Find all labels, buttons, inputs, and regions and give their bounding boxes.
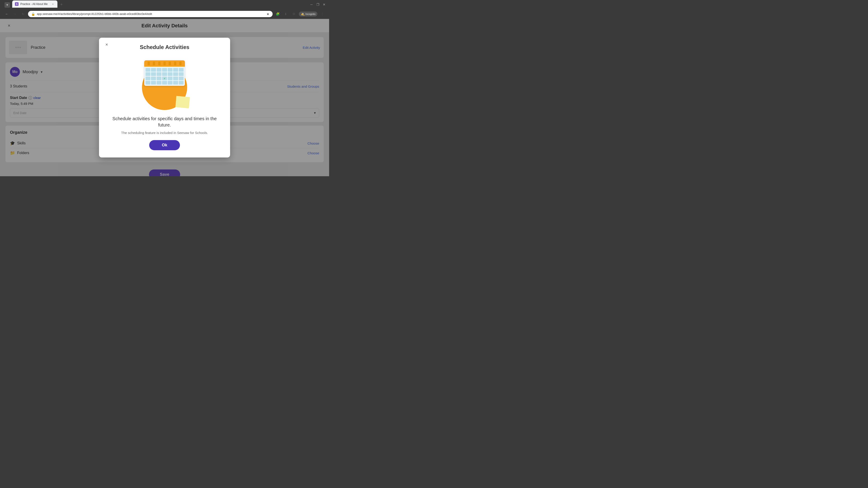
cal-cell: [151, 68, 156, 72]
cal-cell: [179, 81, 184, 85]
cal-cell: [157, 68, 161, 72]
address-input[interactable]: 🔒 app.seesaw.me/#/activities/library/pro…: [28, 11, 273, 17]
restore-button[interactable]: ❐: [315, 2, 320, 7]
schedule-activities-modal: × Schedule Activities: [99, 38, 230, 158]
cal-cell: [173, 68, 178, 72]
modal-title: Schedule Activities: [106, 44, 223, 51]
minimize-button[interactable]: ─: [309, 2, 314, 7]
cal-cell: [151, 76, 156, 80]
title-bar: ▼ S Practice - All About Me × + ─ ❐ ✕: [0, 0, 329, 9]
active-tab[interactable]: S Practice - All About Me ×: [12, 0, 57, 8]
forward-button[interactable]: →: [12, 11, 18, 17]
cal-cell: [151, 72, 156, 76]
cal-ring: [148, 62, 150, 65]
cal-cell: [168, 81, 173, 85]
cal-cell: [179, 68, 184, 72]
cal-ring: [168, 62, 171, 65]
cal-cell: [146, 81, 150, 85]
back-button[interactable]: ←: [4, 11, 10, 17]
cal-grid: ✓: [144, 67, 185, 86]
cal-cell: [179, 76, 184, 80]
close-window-button[interactable]: ✕: [322, 2, 327, 7]
cal-cell: [179, 72, 184, 76]
cal-body: ✓: [144, 60, 185, 86]
tab-favicon: S: [15, 2, 19, 6]
cal-cell-check: ✓: [162, 76, 167, 80]
cal-cell: [173, 76, 178, 80]
browser-chrome: ▼ S Practice - All About Me × + ─ ❐ ✕ ← …: [0, 0, 329, 19]
page-content: × Edit Activity Details Practice Edit Ac…: [0, 19, 329, 176]
cal-cell: [162, 81, 167, 85]
cal-ring: [158, 62, 160, 65]
tab-switcher-button[interactable]: ▼: [4, 2, 10, 8]
modal-description-main: Schedule activities for specific days an…: [106, 116, 223, 128]
modal-ok-button[interactable]: Ok: [149, 140, 180, 150]
address-bar: ← → ↻ 🔒 app.seesaw.me/#/activities/libra…: [0, 9, 329, 19]
cal-cell: [146, 76, 150, 80]
extensions-button[interactable]: 🧩: [274, 11, 281, 17]
cal-ring: [163, 62, 166, 65]
cal-cell: [168, 68, 173, 72]
cal-sticky-note: [176, 96, 190, 108]
cal-cell: [173, 72, 178, 76]
modal-description-sub: The scheduling feature is included in Se…: [106, 131, 223, 135]
cal-cell: [168, 76, 173, 80]
cal-cell: [151, 81, 156, 85]
incognito-badge: 🕵 Incognito: [299, 11, 317, 17]
new-tab-button[interactable]: +: [58, 1, 65, 8]
split-screen-button[interactable]: ⧉: [291, 11, 297, 17]
cal-cell: [157, 72, 161, 76]
cal-top: [144, 60, 185, 67]
cal-ring: [153, 62, 155, 65]
cal-cell: [146, 72, 150, 76]
download-button[interactable]: ⬇: [283, 11, 289, 17]
tab-close-button[interactable]: ×: [51, 2, 55, 6]
calendar-graphic: ✓: [140, 56, 189, 110]
cal-cell: [162, 72, 167, 76]
cal-ring: [174, 62, 176, 65]
cal-cell: [173, 81, 178, 85]
cal-cell: [157, 76, 161, 80]
menu-button[interactable]: ⋮: [319, 11, 326, 17]
cal-cell: [162, 68, 167, 72]
modal-close-button[interactable]: ×: [103, 41, 110, 48]
calendar-illustration: ✓: [106, 56, 223, 110]
modal-overlay[interactable]: × Schedule Activities: [0, 19, 329, 176]
tab-title-label: Practice - All About Me: [20, 2, 49, 6]
cal-cell: [146, 68, 150, 72]
url-text: app.seesaw.me/#/activities/library/promp…: [37, 12, 265, 15]
cal-cell: [168, 72, 173, 76]
tab-bar: ▼ S Practice - All About Me × +: [3, 1, 307, 8]
cal-cell: [157, 81, 161, 85]
refresh-button[interactable]: ↻: [20, 11, 26, 17]
window-controls: ─ ❐ ✕: [309, 2, 327, 7]
cal-ring: [179, 62, 182, 65]
